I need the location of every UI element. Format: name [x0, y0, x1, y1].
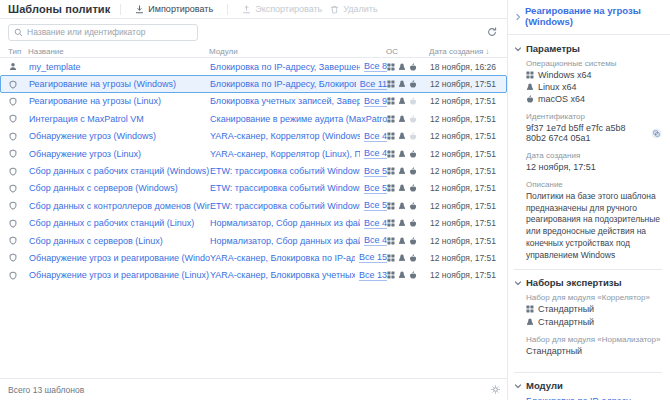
all-modules-link[interactable]: Все 8 [364, 61, 387, 72]
refresh-button[interactable] [485, 25, 499, 39]
row-modules-cell: Блокировка по IP-адресу, Завершение проц… [210, 61, 387, 72]
export-button[interactable]: Экспортировать [238, 4, 326, 14]
row-type-cell [9, 97, 29, 106]
template-name-link[interactable]: Сбор данных с контроллеров доменов (Wind… [29, 201, 210, 211]
template-name-link[interactable]: Интеграция с MaxPatrol VM [29, 114, 210, 124]
shield-icon [9, 80, 17, 89]
import-button[interactable]: Импортировать [131, 4, 217, 14]
expertise-set-item: Стандартный [526, 317, 662, 327]
all-modules-link[interactable]: Все 4 [364, 218, 387, 229]
row-type-cell [9, 132, 29, 141]
template-name-link[interactable]: Сбор данных с рабочих станций (Linux) [29, 218, 210, 228]
modules-section: Блокировка по IP-адресуБлокировка учетны… [514, 396, 662, 400]
row-modules-cell: YARA-сканер, Коррелятор (Windows), Прове… [210, 131, 387, 142]
linux-icon [398, 150, 406, 158]
modules-summary[interactable]: Нормализатор, Сбор данных из файлов журн… [210, 236, 360, 246]
table-row[interactable]: Обнаружение угроз и реагирование (Window… [0, 249, 507, 266]
windows-icon [387, 132, 395, 140]
modules-summary[interactable]: Нормализатор, Сбор данных из файлов журн… [210, 218, 360, 228]
parameters-section-title: Параметры [526, 43, 580, 54]
table-settings-button[interactable] [490, 384, 501, 395]
row-created-cell: 12 ноября, 17:51 [430, 79, 498, 89]
table-row[interactable]: Сбор данных с контроллеров доменов (Wind… [0, 197, 507, 214]
template-name-link[interactable]: my_template [29, 62, 210, 72]
description-text: Политики на базе этого шаблона предназна… [526, 191, 670, 261]
shield-icon [9, 132, 17, 141]
all-modules-link[interactable]: Все 11 [360, 79, 387, 90]
column-header-type[interactable]: Тип [8, 47, 28, 56]
column-header-name[interactable]: Название [28, 47, 209, 56]
template-name-link[interactable]: Сбор данных с серверов (Windows) [29, 183, 210, 193]
all-modules-link[interactable]: Все 9 [364, 96, 387, 107]
windows-icon [387, 150, 395, 158]
modules-summary[interactable]: Блокировка по IP-адресу, Блокировка учет… [210, 79, 356, 89]
table-row[interactable]: Сбор данных с серверов (Windows)ETW: тра… [0, 180, 507, 197]
all-modules-link[interactable]: Все 15 [359, 252, 387, 263]
all-modules-link[interactable]: Все 5 [364, 183, 387, 194]
mac-icon [526, 95, 534, 103]
os-item-label: Linux x64 [538, 82, 577, 92]
modules-summary[interactable]: Блокировка по IP-адресу, Завершение проц… [210, 62, 360, 72]
column-header-modules[interactable]: Модули [209, 47, 386, 56]
identifier-value: 9f37 1e7d b5ff e7fc a5b8 80b2 67c4 05a1 [526, 123, 647, 143]
search-box[interactable] [8, 24, 198, 41]
table-row[interactable]: Обнаружение угроз (Windows)YARA-сканер, … [0, 128, 507, 145]
table-row[interactable]: Сбор данных с рабочих станций (Windows)E… [0, 162, 507, 179]
table-row[interactable]: Сбор данных с серверов (Linux)Нормализат… [0, 232, 507, 249]
table-row[interactable]: Интеграция с MaxPatrol VMСканирование в … [0, 110, 507, 127]
template-name-link[interactable]: Реагирование на угрозы (Windows) [29, 79, 210, 89]
template-name-link[interactable]: Обнаружение угроз (Windows) [29, 131, 210, 141]
template-name-link[interactable]: Сбор данных с серверов (Linux) [29, 236, 210, 246]
modules-summary[interactable]: Блокировка учетных записей, Завершение п… [210, 96, 360, 106]
parameters-section-header[interactable]: Параметры [514, 43, 662, 54]
modules-summary[interactable]: YARA-сканер, Блокировка по IP-адресу, Бл… [210, 253, 355, 263]
column-header-created[interactable]: Дата создания↓ [429, 47, 499, 56]
chevron-down-icon [514, 382, 522, 390]
copy-icon[interactable] [651, 128, 662, 139]
row-os-cell [387, 167, 430, 175]
table-row[interactable]: Обнаружение угроз и реагирование (Linux)… [0, 267, 507, 284]
table-row[interactable]: Реагирование на угрозы (Linux)Блокировка… [0, 93, 507, 110]
export-icon [242, 5, 251, 14]
row-os-cell [387, 63, 430, 71]
all-modules-link[interactable]: Все 13 [359, 270, 387, 281]
template-name-link[interactable]: Обнаружение угроз (Linux) [29, 149, 210, 159]
linux-icon [398, 254, 406, 262]
modules-summary[interactable]: Сканирование в режиме аудита (MaxPatrol … [210, 114, 387, 124]
delete-button[interactable]: Удалить [326, 4, 381, 14]
table-row[interactable]: Сбор данных с рабочих станций (Linux)Нор… [0, 215, 507, 232]
search-input[interactable] [27, 27, 192, 37]
row-type-cell [9, 253, 29, 262]
details-panel-header[interactable]: Реагирование на угрозы (Windows) [508, 0, 670, 35]
column-header-os[interactable]: ОС [386, 47, 429, 56]
module-link[interactable]: Блокировка по IP-адресу [526, 396, 631, 400]
mac-icon [409, 63, 417, 71]
modules-summary[interactable]: YARA-сканер, Блокировка учетных записей,… [210, 270, 355, 280]
all-modules-link[interactable]: Все 4 [364, 148, 387, 159]
template-name-link[interactable]: Реагирование на угрозы (Linux) [29, 96, 210, 106]
table-row[interactable]: Обнаружение угроз (Linux)YARA-сканер, Ко… [0, 145, 507, 162]
template-name-link[interactable]: Обнаружение угроз и реагирование (Window… [29, 253, 210, 263]
table-row[interactable]: my_templateБлокировка по IP-адресу, Заве… [0, 58, 507, 75]
windows-icon [526, 305, 534, 313]
template-name-link[interactable]: Сбор данных с рабочих станций (Windows) [29, 166, 210, 176]
modules-summary[interactable]: ETW: трассировка событий Windows, WinEve… [210, 183, 360, 193]
modules-summary[interactable]: YARA-сканер, Коррелятор (Linux), Проверк… [210, 149, 360, 159]
modules-section-header[interactable]: Модули [514, 380, 662, 391]
shield-icon [9, 114, 17, 123]
template-name-link[interactable]: Обнаружение угроз и реагирование (Linux) [29, 270, 210, 280]
modules-summary[interactable]: YARA-сканер, Коррелятор (Windows), Прове… [210, 131, 360, 141]
table-row[interactable]: Реагирование на угрозы (Windows)Блокиров… [0, 75, 507, 92]
os-label: Операционные системы [526, 59, 662, 68]
all-modules-link[interactable]: Все 5 [364, 166, 387, 177]
expertise-section-header[interactable]: Наборы экспертизы [514, 277, 662, 288]
mac-icon [409, 237, 417, 245]
modules-summary[interactable]: ETW: трассировка событий Windows, WinEve… [210, 166, 360, 176]
all-modules-link[interactable]: Все 5 [364, 200, 387, 211]
details-title[interactable]: Реагирование на угрозы (Windows) [525, 6, 662, 28]
all-modules-link[interactable]: Все 4 [364, 131, 387, 142]
all-modules-link[interactable]: Все 4 [364, 235, 387, 246]
details-panel: Реагирование на угрозы (Windows) Парамет… [508, 0, 670, 400]
modules-summary[interactable]: ETW: трассировка событий Windows, WinEve… [210, 201, 360, 211]
row-type-cell [9, 201, 29, 210]
